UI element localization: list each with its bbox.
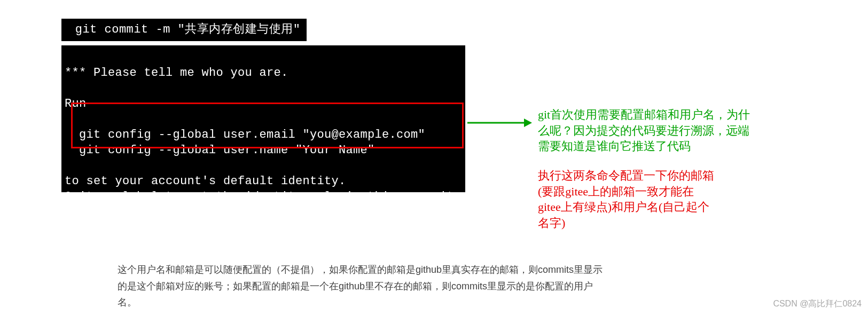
terminal-line: Run (65, 97, 87, 111)
terminal-line: Omit --global to set the identity only i… (65, 190, 483, 203)
annotation-red: 执行这两条命令配置一下你的邮箱(要跟gitee上的邮箱一致才能在gitee上有绿… (538, 168, 714, 231)
command-bar: git commit -m "共享内存创建与使用" (61, 19, 307, 41)
body-paragraph: 这个用户名和邮箱是可以随便配置的（不提倡），如果你配置的邮箱是github里真实… (118, 262, 609, 311)
terminal-line: *** Please tell me who you are. (65, 66, 288, 80)
terminal-line: git config --global user.name "Your Name… (65, 144, 375, 157)
annotation-green: git首次使用需要配置邮箱和用户名，为什么呢？因为提交的代码要进行溯源，远端需要… (538, 107, 752, 154)
watermark: CSDN @高比拜仁0824 (773, 298, 862, 310)
terminal-line: to set your account's default identity. (65, 175, 346, 188)
svg-marker-1 (524, 119, 532, 127)
terminal-line: git config --global user.email "you@exam… (65, 128, 425, 141)
document-canvas: git commit -m "共享内存创建与使用" *** Please tel… (0, 0, 868, 315)
terminal-output: *** Please tell me who you are. Run git … (61, 45, 465, 192)
arrow-right-icon (466, 116, 532, 129)
